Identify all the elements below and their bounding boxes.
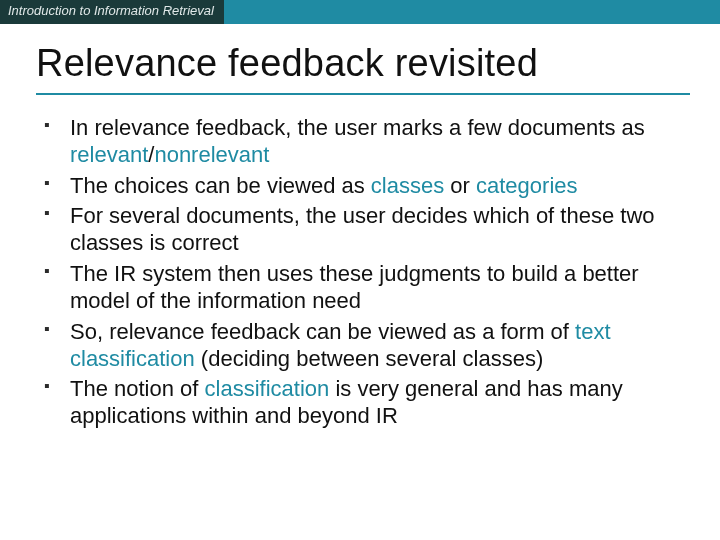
keyword: nonrelevant (154, 142, 269, 167)
slide-title: Relevance feedback revisited (36, 42, 690, 85)
slide: Introduction to Information Retrieval Re… (0, 0, 720, 540)
list-item: The choices can be viewed as classes or … (44, 173, 690, 200)
text: In relevance feedback, the user marks a … (70, 115, 645, 140)
list-item: The IR system then uses these judgments … (44, 261, 690, 315)
title-underline (36, 93, 690, 95)
text: So, relevance feedback can be viewed as … (70, 319, 575, 344)
keyword: categories (476, 173, 578, 198)
course-label: Introduction to Information Retrieval (0, 0, 224, 24)
list-item: For several documents, the user decides … (44, 203, 690, 257)
bullet-list: In relevance feedback, the user marks a … (44, 115, 690, 430)
text: For several documents, the user decides … (70, 203, 655, 255)
text: The IR system then uses these judgments … (70, 261, 639, 313)
list-item: So, relevance feedback can be viewed as … (44, 319, 690, 373)
header-bar: Introduction to Information Retrieval (0, 0, 720, 24)
keyword: classification (205, 376, 330, 401)
text: The choices can be viewed as (70, 173, 371, 198)
text: (deciding between several classes) (195, 346, 544, 371)
list-item: In relevance feedback, the user marks a … (44, 115, 690, 169)
text: The notion of (70, 376, 205, 401)
list-item: The notion of classification is very gen… (44, 376, 690, 430)
title-block: Relevance feedback revisited (0, 24, 720, 101)
keyword: relevant (70, 142, 148, 167)
body: In relevance feedback, the user marks a … (0, 101, 720, 430)
text: or (444, 173, 476, 198)
keyword: classes (371, 173, 444, 198)
